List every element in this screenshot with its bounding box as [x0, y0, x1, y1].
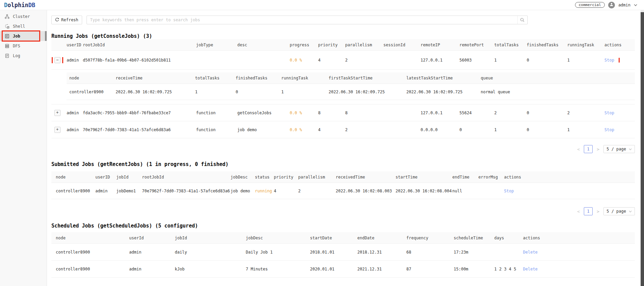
- sidebar-item-shell[interactable]: Shell: [0, 21, 47, 31]
- cell-latestTaskStartTime: 2022.06.30 16:02:09.725: [406, 90, 481, 94]
- chevron-down-icon[interactable]: [634, 3, 637, 7]
- cell-finishedTasks: 0: [527, 58, 567, 63]
- cell-totalTasks: 1: [494, 58, 527, 63]
- cell-jobType: function: [196, 127, 237, 132]
- cell-priority: 4: [274, 189, 298, 193]
- column-header: priority: [318, 43, 345, 47]
- column-header: sessionId: [383, 43, 421, 47]
- log-icon: [5, 53, 9, 58]
- submitted-jobs-header-row: node userID jobId rootJobId jobDesc stat…: [51, 171, 635, 183]
- stop-job-link[interactable]: Stop: [604, 127, 614, 132]
- column-header: endDate: [357, 236, 406, 240]
- column-header: actions: [504, 175, 635, 180]
- refresh-icon: [55, 18, 59, 23]
- cell-remotePort: 55624: [459, 111, 494, 115]
- subtable-row: controller8900 2022.06.30 16:02:09.725 1…: [67, 84, 635, 100]
- cell-remoteIP: 127.0.0.1: [421, 58, 459, 63]
- scheduled-jobs-table: node userId jobId jobDesc startDate endD…: [51, 232, 635, 278]
- scrollbar-thumb[interactable]: [641, 12, 644, 286]
- column-header: userId: [129, 236, 175, 240]
- column-header: progress: [290, 43, 318, 47]
- pagination-prev-button[interactable]: <: [576, 147, 581, 152]
- column-header: latestTaskStartTime: [406, 76, 481, 80]
- stop-job-link[interactable]: Stop: [604, 58, 614, 63]
- table-row: + admin fda3ac0c-7955-bbb9-4bbf-76fbabe3…: [51, 104, 635, 121]
- cell-node: controller8900: [51, 250, 129, 255]
- scheduled-jobs-header-row: node userId jobId jobDesc startDate endD…: [51, 232, 635, 244]
- running-jobs-pagination: < 1 > 5 / page: [51, 145, 635, 153]
- expand-row-button[interactable]: +: [54, 127, 61, 133]
- cell-receiveTime: 2022.06.30 16:02:09.725: [116, 90, 195, 94]
- cluster-icon: [5, 14, 9, 19]
- user-avatar[interactable]: [608, 2, 615, 8]
- collapse-row-button[interactable]: −: [54, 57, 61, 63]
- expand-row-button[interactable]: +: [54, 110, 61, 116]
- pagination-page-1[interactable]: 1: [584, 145, 593, 153]
- cell-jobType: function: [196, 111, 237, 115]
- column-header: totalTasks: [494, 43, 527, 47]
- pagination-next-button[interactable]: >: [595, 147, 601, 152]
- column-header: scheduleTime: [454, 236, 494, 240]
- column-header: node: [67, 76, 116, 80]
- cell-jobDesc: 7 Minutes: [246, 267, 310, 271]
- table-row: − admin d507f78b-fa1a-09b6-4b07-6102d501…: [51, 51, 635, 70]
- user-menu[interactable]: admin: [618, 3, 630, 7]
- cell-node: controller8900: [67, 90, 116, 94]
- page-size-select[interactable]: 5 / page: [603, 207, 635, 215]
- column-header: finishedTasks: [236, 76, 281, 80]
- cell-rootJobId: d507f78b-fa1a-09b6-4b07-6102d501b811: [83, 58, 196, 63]
- sidebar-item-job[interactable]: Job: [0, 31, 47, 41]
- submitted-jobs-table: node userID jobId rootJobId jobDesc stat…: [51, 171, 635, 199]
- sidebar-item-dfs[interactable]: DFS: [0, 41, 47, 51]
- refresh-button[interactable]: Refresh: [51, 16, 82, 24]
- cell-runningTask: 1: [281, 90, 329, 94]
- column-header: parallelism: [298, 175, 336, 180]
- cell-parallelism: 2: [345, 127, 383, 132]
- table-row: + admin 70e7962f-7dd0-7383-41a1-57afce6d…: [51, 121, 635, 138]
- cell-receivedTime: 2022.06.30 16:02:08.003: [336, 189, 396, 193]
- license-badge: commercial: [575, 2, 605, 8]
- delete-job-link[interactable]: Delete: [523, 267, 538, 271]
- scheduled-jobs-title: Scheduled Jobs (getScheduledJobs) (5 con…: [51, 223, 635, 229]
- stop-job-link[interactable]: Stop: [504, 189, 514, 193]
- cell-progress: 0.0 %: [290, 111, 318, 115]
- column-header: finishedTasks: [527, 43, 567, 47]
- cell-totalTasks: 1: [195, 90, 236, 94]
- stop-job-link[interactable]: Stop: [604, 111, 614, 115]
- sidebar-item-cluster[interactable]: Cluster: [0, 11, 47, 21]
- cell-runningTask: 1: [567, 58, 604, 63]
- cell-userID: admin: [67, 111, 83, 115]
- dolphindb-logo: DolphinDB: [4, 2, 35, 8]
- column-header: receiveTime: [116, 76, 195, 80]
- delete-job-link[interactable]: Delete: [523, 250, 538, 255]
- column-header: status: [255, 175, 274, 180]
- sidebar-item-label: Cluster: [13, 14, 30, 19]
- column-header: receivedTime: [336, 175, 396, 180]
- cell-totalTasks: 2: [494, 111, 527, 115]
- search-input[interactable]: [87, 16, 517, 24]
- cell-days: 1 2 3 4 5: [494, 267, 523, 271]
- chevron-down-icon: [629, 147, 632, 151]
- submitted-jobs-title: Submitted Jobs (getRecentJobs) (1 in pro…: [51, 161, 635, 167]
- page-size-select[interactable]: 5 / page: [603, 145, 635, 153]
- column-header: rootJobId: [142, 175, 231, 180]
- cell-priority: 4: [318, 127, 345, 132]
- pagination-next-button[interactable]: >: [595, 209, 601, 214]
- cell-scheduleTime: 15:00m: [454, 267, 494, 271]
- column-header: runningTask: [567, 43, 604, 47]
- column-header: desc: [237, 43, 290, 47]
- page-scrollbar: [641, 10, 644, 286]
- column-header: frequency: [406, 236, 454, 240]
- pagination-page-1[interactable]: 1: [584, 207, 593, 215]
- cell-endDate: 2018.12.31: [357, 250, 406, 255]
- column-header: queue: [481, 76, 635, 80]
- pagination-prev-button[interactable]: <: [576, 209, 581, 214]
- cell-endTime: null: [452, 189, 478, 193]
- dfs-icon: [5, 44, 9, 48]
- cell-frequency: 87: [406, 267, 454, 271]
- sidebar-item-log[interactable]: Log: [0, 51, 47, 61]
- column-header: startDate: [310, 236, 357, 240]
- cell-finishedTasks: 0: [236, 90, 281, 94]
- column-header: jobId: [116, 175, 142, 180]
- search-icon[interactable]: [517, 16, 527, 24]
